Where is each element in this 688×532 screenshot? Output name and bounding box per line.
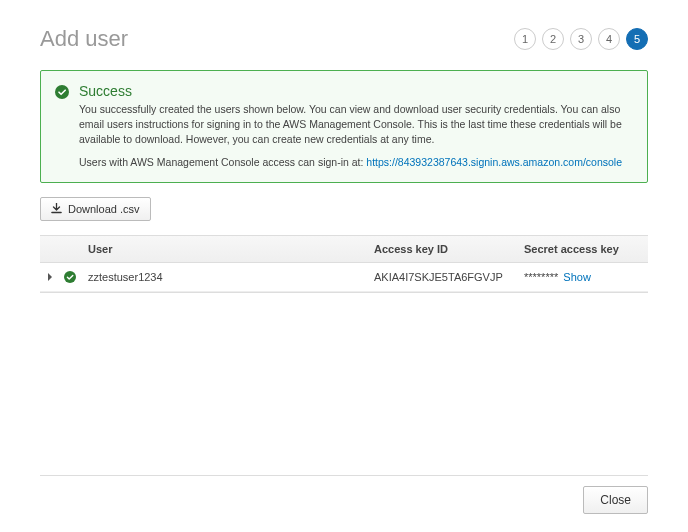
cell-user: zztestuser1234 <box>82 263 368 291</box>
download-csv-button[interactable]: Download .csv <box>40 197 151 221</box>
step-4[interactable]: 4 <box>598 28 620 50</box>
page-title: Add user <box>40 26 128 52</box>
step-1[interactable]: 1 <box>514 28 536 50</box>
col-user: User <box>82 236 368 262</box>
users-table: User Access key ID Secret access key zzt… <box>40 235 648 293</box>
step-2[interactable]: 2 <box>542 28 564 50</box>
download-csv-label: Download .csv <box>68 203 140 215</box>
show-secret-link[interactable]: Show <box>563 271 591 283</box>
table-row: zztestuser1234 AKIA4I7SKJE5TA6FGVJP ****… <box>40 263 648 292</box>
svg-point-0 <box>55 85 69 99</box>
row-success-icon <box>58 263 82 291</box>
col-access-key: Access key ID <box>368 236 518 262</box>
wizard-steps: 1 2 3 4 5 <box>514 28 648 50</box>
signin-prefix: Users with AWS Management Console access… <box>79 156 366 168</box>
col-secret: Secret access key <box>518 236 648 262</box>
signin-url-link[interactable]: https://843932387643.signin.aws.amazon.c… <box>366 156 622 168</box>
download-icon <box>51 203 62 214</box>
expand-row-caret-icon[interactable] <box>40 265 58 289</box>
step-5[interactable]: 5 <box>626 28 648 50</box>
close-button[interactable]: Close <box>583 486 648 514</box>
svg-point-1 <box>64 271 76 283</box>
success-body-text: You successfully created the users shown… <box>79 102 633 148</box>
step-3[interactable]: 3 <box>570 28 592 50</box>
success-signin-line: Users with AWS Management Console access… <box>79 156 633 168</box>
cell-access-key: AKIA4I7SKJE5TA6FGVJP <box>368 263 518 291</box>
cell-secret: ******** Show <box>518 263 648 291</box>
secret-mask: ******** <box>524 271 558 283</box>
success-check-icon <box>55 85 69 99</box>
success-alert: Success You successfully created the use… <box>40 70 648 183</box>
success-title: Success <box>79 83 633 99</box>
